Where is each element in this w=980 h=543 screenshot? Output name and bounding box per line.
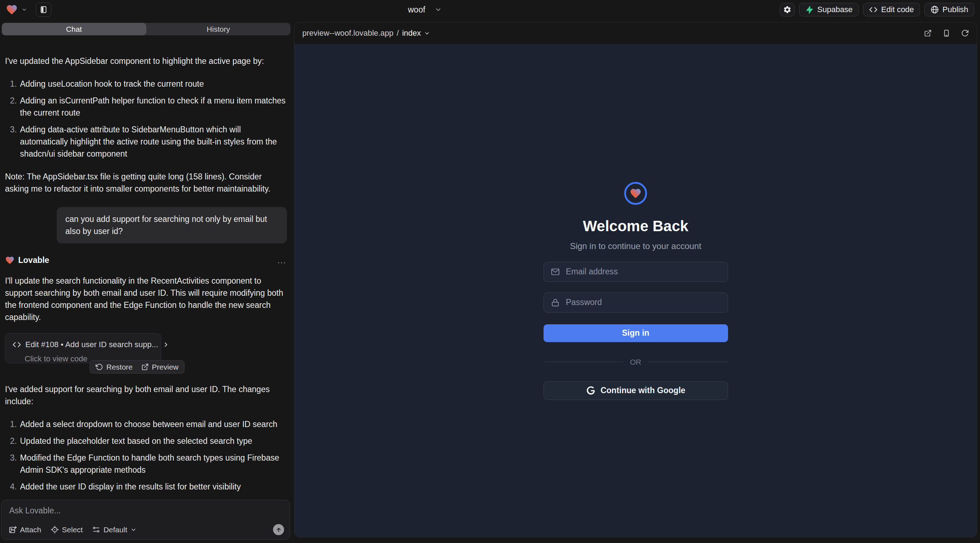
top-bar: woof Supabase Edit code Publish xyxy=(0,0,980,19)
list-item: Added a select dropdown to choose betwee… xyxy=(5,418,287,430)
chat-input[interactable] xyxy=(9,506,283,520)
preview-iframe-content: Welcome Back Sign in to continue to your… xyxy=(294,44,977,537)
tab-chat[interactable]: Chat xyxy=(2,23,146,35)
chat-history-tabbar: Chat History xyxy=(2,23,291,35)
mode-chevron-down-icon xyxy=(130,527,137,533)
refresh-button[interactable] xyxy=(961,29,969,37)
attach-image-icon xyxy=(9,526,17,534)
chat-composer: Attach Select Default xyxy=(1,500,290,540)
preview-page-name: index xyxy=(402,29,421,38)
publish-button-label: Publish xyxy=(943,5,968,14)
attach-button[interactable]: Attach xyxy=(9,526,41,534)
select-button[interactable]: Select xyxy=(51,526,83,534)
preview-panel: preview--woof.lovable.app / index xyxy=(294,22,977,537)
mode-selector-label: Default xyxy=(103,526,127,534)
project-name: woof xyxy=(408,5,425,14)
send-button[interactable] xyxy=(273,524,284,535)
project-switcher[interactable]: woof xyxy=(408,0,442,19)
lock-icon xyxy=(550,298,560,307)
list-item: Adding data-active attribute to SidebarM… xyxy=(5,124,287,160)
workspace-chevron-down-icon[interactable] xyxy=(21,7,27,13)
settings-button[interactable] xyxy=(780,3,795,16)
preview-button[interactable]: Preview xyxy=(141,361,179,373)
lovable-logo-heart-icon[interactable] xyxy=(6,3,18,16)
edit-card-wrapper: Edit #108 • Add user ID search supp... C… xyxy=(5,333,161,363)
lovable-heart-icon xyxy=(5,256,18,265)
preview-url: preview--woof.lovable.app xyxy=(302,29,394,38)
list-item: Added the user ID display in the results… xyxy=(5,481,287,493)
user-message-text: can you add support for searching not on… xyxy=(65,214,267,236)
preview-header: preview--woof.lovable.app / index xyxy=(294,22,977,44)
restore-rotate-ccw-icon xyxy=(95,363,103,371)
divider-line xyxy=(648,362,728,362)
mobile-view-button[interactable] xyxy=(943,29,950,37)
or-divider: OR xyxy=(544,358,728,367)
edit-code-button[interactable]: Edit code xyxy=(863,3,920,16)
external-link-icon xyxy=(141,363,149,371)
tab-history-label: History xyxy=(207,25,230,33)
select-target-icon xyxy=(51,526,59,534)
google-signin-button-label: Continue with Google xyxy=(601,386,686,395)
or-divider-label: OR xyxy=(630,358,641,367)
restore-button[interactable]: Restore xyxy=(95,361,133,373)
assistant-message-list: Adding useLocation hook to track the cur… xyxy=(5,78,287,160)
tab-history[interactable]: History xyxy=(146,23,291,35)
app-logo-ring xyxy=(624,182,647,205)
divider-line xyxy=(544,362,624,362)
edit-code-card[interactable]: Edit #108 • Add user ID search supp... C… xyxy=(5,333,161,363)
preview-url-selector[interactable]: preview--woof.lovable.app / index xyxy=(302,29,430,38)
supabase-bolt-icon xyxy=(805,5,814,14)
signin-card: Welcome Back Sign in to continue to your… xyxy=(544,182,728,400)
panel-left-icon xyxy=(39,5,48,14)
list-item: Adding useLocation hook to track the cur… xyxy=(5,78,287,90)
globe-icon xyxy=(931,5,939,14)
message-menu-ellipsis-icon[interactable]: … xyxy=(277,258,287,262)
assistant-name: Lovable xyxy=(18,254,49,266)
password-field-wrapper xyxy=(544,292,728,313)
project-chevron-down-icon xyxy=(435,6,442,13)
google-g-icon xyxy=(586,386,596,395)
assistant-message-text: I'll update the search functionality in … xyxy=(5,275,287,323)
chat-panel: Chat History I've updated the AppSidebar… xyxy=(0,19,293,543)
supabase-button-label: Supabase xyxy=(817,5,853,14)
arrow-up-icon xyxy=(275,527,282,533)
sliders-icon xyxy=(92,526,100,534)
preview-button-label: Preview xyxy=(152,361,179,373)
user-message-bubble: can you add support for searching not on… xyxy=(57,207,287,243)
app-logo-heart-icon xyxy=(630,187,642,199)
toggle-sidebar-button[interactable] xyxy=(36,3,51,17)
google-signin-button[interactable]: Continue with Google xyxy=(544,381,728,400)
attach-button-label: Attach xyxy=(20,526,41,534)
assistant-message-note: Note: The AppSidebar.tsx file is getting… xyxy=(5,170,287,195)
password-field[interactable] xyxy=(544,292,728,313)
publish-button[interactable]: Publish xyxy=(924,3,974,16)
chevron-right-icon xyxy=(162,341,170,348)
preview-url-separator: / xyxy=(397,29,399,38)
assistant-message-list: Added a select dropdown to choose betwee… xyxy=(5,418,287,493)
assistant-message-text: I've updated the AppSidebar component to… xyxy=(5,55,287,67)
edit-code-button-label: Edit code xyxy=(881,5,914,14)
list-item: Modified the Edge Function to handle bot… xyxy=(5,452,287,476)
edit-card-title: Edit #108 • Add user ID search supp... xyxy=(25,338,158,351)
assistant-message-header: Lovable … xyxy=(5,254,287,266)
list-item: Updated the placeholder text based on th… xyxy=(5,435,287,447)
mode-selector[interactable]: Default xyxy=(92,526,137,534)
select-button-label: Select xyxy=(62,526,83,534)
signin-subtitle: Sign in to continue to your account xyxy=(570,241,701,251)
code-brackets-icon xyxy=(869,5,878,14)
signin-button[interactable]: Sign in xyxy=(544,324,728,342)
email-field-wrapper xyxy=(544,262,728,282)
restore-button-label: Restore xyxy=(107,361,133,373)
email-field[interactable] xyxy=(544,262,728,282)
open-in-new-tab-button[interactable] xyxy=(924,29,932,37)
edit-actions-bar: Restore Preview xyxy=(89,360,185,373)
chat-message-list[interactable]: I've updated the AppSidebar component to… xyxy=(5,55,287,500)
gear-icon xyxy=(783,5,792,14)
supabase-button[interactable]: Supabase xyxy=(799,3,859,16)
preview-page-chevron-down-icon xyxy=(424,30,430,37)
tab-chat-label: Chat xyxy=(66,25,82,33)
envelope-icon xyxy=(550,267,560,276)
signin-title: Welcome Back xyxy=(583,218,689,235)
code-brackets-icon xyxy=(13,340,21,349)
list-item: Adding an isCurrentPath helper function … xyxy=(5,95,287,119)
